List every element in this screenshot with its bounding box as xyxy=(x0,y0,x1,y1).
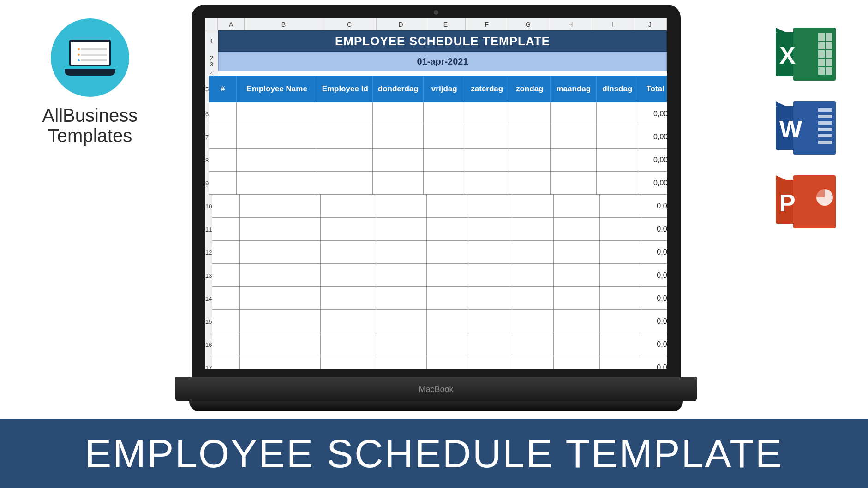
cell[interactable] xyxy=(600,218,641,241)
cell[interactable] xyxy=(376,195,427,218)
cell[interactable] xyxy=(427,218,468,241)
cell[interactable] xyxy=(376,264,427,287)
cell-total[interactable]: 0,00 xyxy=(638,172,667,195)
cell-total[interactable]: 0,00 xyxy=(641,287,667,310)
cell[interactable] xyxy=(376,310,427,333)
cell[interactable] xyxy=(468,264,512,287)
cell[interactable] xyxy=(512,264,554,287)
col-letter[interactable]: A xyxy=(218,18,245,30)
cell[interactable] xyxy=(468,218,512,241)
cell[interactable] xyxy=(373,102,424,125)
cell[interactable] xyxy=(600,333,641,356)
cell-total[interactable]: 0,00 xyxy=(638,149,667,172)
cell[interactable] xyxy=(240,195,321,218)
cell[interactable] xyxy=(600,241,641,264)
cell[interactable] xyxy=(376,218,427,241)
col-letter[interactable]: J xyxy=(633,18,667,30)
cell[interactable] xyxy=(512,310,554,333)
cell[interactable] xyxy=(240,310,321,333)
row-number[interactable]: 13 xyxy=(205,264,212,287)
cell[interactable] xyxy=(240,356,321,369)
table-row[interactable]: 0,00 xyxy=(209,125,667,149)
table-row[interactable]: 0,00 xyxy=(212,287,667,310)
cell[interactable] xyxy=(600,287,641,310)
cell-total[interactable]: 0,00 xyxy=(641,333,667,356)
cell[interactable] xyxy=(551,125,597,149)
cell[interactable] xyxy=(212,241,240,264)
cell[interactable] xyxy=(321,356,376,369)
cell[interactable] xyxy=(597,172,638,195)
table-row[interactable]: 0,00 xyxy=(212,356,667,369)
cell[interactable] xyxy=(240,287,321,310)
cell[interactable] xyxy=(512,356,554,369)
cell[interactable] xyxy=(237,149,317,172)
row-number[interactable]: 16 xyxy=(205,333,212,356)
cell[interactable] xyxy=(240,241,321,264)
row-number[interactable]: 6 xyxy=(205,102,209,125)
row-number[interactable]: 10 xyxy=(205,195,212,218)
cell[interactable] xyxy=(512,195,554,218)
cell[interactable] xyxy=(600,310,641,333)
row-number[interactable]: 2 3 xyxy=(205,52,218,71)
cell[interactable] xyxy=(373,149,424,172)
cell[interactable] xyxy=(600,264,641,287)
row-number[interactable]: 8 xyxy=(205,149,209,172)
cell[interactable] xyxy=(600,356,641,369)
table-row[interactable]: 0,00 xyxy=(212,264,667,287)
cell[interactable] xyxy=(212,333,240,356)
cell[interactable] xyxy=(465,149,509,172)
cell[interactable] xyxy=(512,241,554,264)
cell-total[interactable]: 0,00 xyxy=(641,356,667,369)
cell[interactable] xyxy=(317,102,373,125)
cell[interactable] xyxy=(427,310,468,333)
cell[interactable] xyxy=(427,241,468,264)
cell-total[interactable]: 0,00 xyxy=(641,241,667,264)
cell[interactable] xyxy=(424,102,465,125)
cell[interactable] xyxy=(212,287,240,310)
table-row[interactable]: 0,00 xyxy=(212,333,667,356)
cell[interactable] xyxy=(427,195,468,218)
cell[interactable] xyxy=(512,218,554,241)
row-number[interactable]: 11 xyxy=(205,218,212,241)
cell-total[interactable]: 0,00 xyxy=(638,125,667,149)
cell[interactable] xyxy=(597,125,638,149)
cell[interactable] xyxy=(209,102,237,125)
table-row[interactable]: 0,00 xyxy=(212,218,667,241)
cell[interactable] xyxy=(427,333,468,356)
cell[interactable] xyxy=(427,287,468,310)
cell[interactable] xyxy=(212,264,240,287)
col-letter[interactable]: E xyxy=(425,18,466,30)
cell[interactable] xyxy=(209,125,237,149)
cell[interactable] xyxy=(554,287,600,310)
cell[interactable] xyxy=(237,172,317,195)
cell[interactable] xyxy=(317,149,373,172)
cell[interactable] xyxy=(237,102,317,125)
row-number[interactable]: 1 xyxy=(205,30,218,52)
cell[interactable] xyxy=(424,172,465,195)
row-number[interactable]: 14 xyxy=(205,287,212,310)
table-row[interactable]: 0,00 xyxy=(209,149,667,172)
col-letter[interactable]: G xyxy=(508,18,548,30)
cell[interactable] xyxy=(317,172,373,195)
cell[interactable] xyxy=(597,149,638,172)
cell[interactable] xyxy=(376,356,427,369)
cell[interactable] xyxy=(468,241,512,264)
row-number[interactable]: 15 xyxy=(205,310,212,333)
cell[interactable] xyxy=(554,356,600,369)
col-letter[interactable]: D xyxy=(377,18,425,30)
cell[interactable] xyxy=(376,287,427,310)
cell-total[interactable]: 0,00 xyxy=(641,195,667,218)
cell[interactable] xyxy=(465,125,509,149)
cell[interactable] xyxy=(373,172,424,195)
cell[interactable] xyxy=(554,333,600,356)
cell[interactable] xyxy=(212,195,240,218)
cell[interactable] xyxy=(321,241,376,264)
cell[interactable] xyxy=(212,310,240,333)
cell[interactable] xyxy=(376,333,427,356)
cell[interactable] xyxy=(551,102,597,125)
cell[interactable] xyxy=(373,125,424,149)
table-row[interactable]: 0,00 xyxy=(212,241,667,264)
row-number[interactable]: 5 xyxy=(205,76,209,102)
cell[interactable] xyxy=(321,310,376,333)
cell[interactable] xyxy=(551,172,597,195)
